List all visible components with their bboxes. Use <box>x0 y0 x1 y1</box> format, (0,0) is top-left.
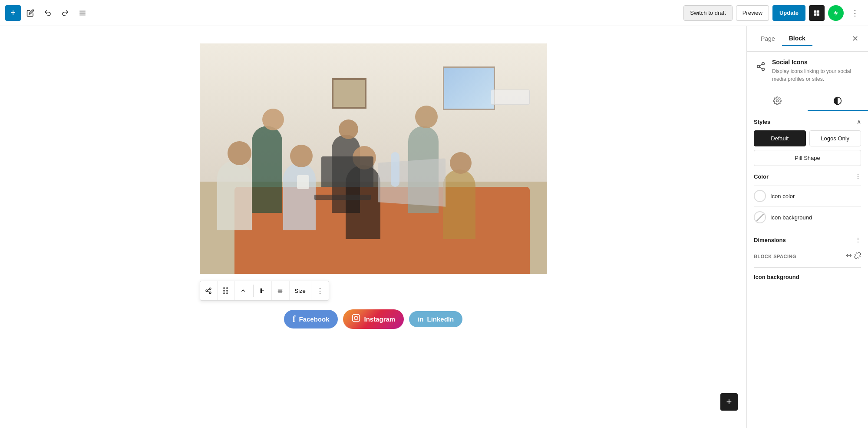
options-button[interactable]: ⋮ <box>847 5 863 21</box>
svg-line-26 <box>759 64 762 66</box>
linkedin-icon: in <box>418 315 423 323</box>
block-name: Social Icons <box>772 59 861 66</box>
svg-point-8 <box>209 288 211 289</box>
svg-point-24 <box>762 68 765 71</box>
social-share-button[interactable] <box>200 281 218 300</box>
dimensions-section: Dimensions ⋮ BLOCK SPACING <box>754 236 861 260</box>
dimensions-title: Dimensions <box>754 237 786 243</box>
block-description: Display icons linking to your social med… <box>772 67 861 83</box>
icon-color-item[interactable]: Icon color <box>754 185 861 206</box>
facebook-label: Facebook <box>299 315 329 323</box>
settings-style-tabs <box>747 92 868 111</box>
image-block: Size ⋮ f Facebook <box>200 43 547 329</box>
instagram-social-button[interactable]: Instagram <box>343 309 404 329</box>
settings-tab-button[interactable] <box>747 92 808 111</box>
align-center-button[interactable] <box>272 281 289 300</box>
svg-point-10 <box>209 292 211 294</box>
style-pill-container: Pill Shape <box>754 150 861 166</box>
icon-background-section-label: Icon background <box>754 274 799 280</box>
color-section-title: Color <box>754 173 769 180</box>
style-default-button[interactable]: Default <box>754 130 806 146</box>
move-up-down-button[interactable] <box>235 281 252 300</box>
icon-color-swatch <box>754 190 766 202</box>
add-block-float-button[interactable]: + <box>720 393 738 411</box>
icon-background-item[interactable]: Icon background <box>754 206 861 228</box>
facebook-social-button[interactable]: f Facebook <box>284 310 338 328</box>
align-left-button[interactable] <box>254 281 272 300</box>
jetpack-button[interactable] <box>828 5 844 21</box>
edit-button[interactable] <box>23 5 38 21</box>
svg-line-25 <box>759 67 762 69</box>
sidebar-close-button[interactable]: ✕ <box>849 33 861 45</box>
color-more-button[interactable]: ⋮ <box>855 173 861 180</box>
style-pill-shape-button[interactable]: Pill Shape <box>754 150 861 166</box>
preview-button[interactable]: Preview <box>736 5 769 21</box>
style-logos-only-button[interactable]: Logos Only <box>809 130 861 146</box>
switch-to-draft-button[interactable]: Switch to draft <box>683 5 732 21</box>
social-icons-block-icon <box>754 60 768 73</box>
social-icons-row: f Facebook Instagram in LinkedI <box>200 309 547 329</box>
linkedin-label: LinkedIn <box>427 315 454 323</box>
block-spacing-row: BLOCK SPACING <box>754 249 861 260</box>
svg-rect-6 <box>817 13 819 15</box>
dimensions-actions: ⋮ <box>855 236 861 243</box>
instagram-icon <box>352 314 360 325</box>
spacing-adjust-button[interactable] <box>845 252 852 260</box>
svg-point-9 <box>206 290 208 292</box>
icon-background-swatch <box>754 211 766 223</box>
linkedin-social-button[interactable]: in LinkedIn <box>409 311 462 327</box>
main-content: Size ⋮ f Facebook <box>0 26 868 428</box>
styles-tab-button[interactable] <box>808 92 868 111</box>
instagram-label: Instagram <box>364 315 395 323</box>
styles-section-header: Styles ∧ <box>754 118 861 125</box>
block-floating-toolbar: Size ⋮ <box>200 281 329 301</box>
size-button[interactable]: Size <box>289 281 311 300</box>
facebook-icon: f <box>293 314 296 324</box>
toolbar-right: Switch to draft Preview Update ⋮ <box>683 5 863 21</box>
update-button[interactable]: Update <box>772 5 805 21</box>
svg-rect-3 <box>814 10 816 13</box>
block-more-options-button[interactable]: ⋮ <box>311 281 329 300</box>
block-spacing-label: BLOCK SPACING <box>754 254 796 259</box>
color-section: Color ⋮ Icon color Icon background <box>754 173 861 228</box>
dimensions-more-button[interactable]: ⋮ <box>855 236 861 243</box>
icon-background-label: Icon background <box>770 214 812 221</box>
sidebar-panel: Page Block ✕ Social Icons Display icons … <box>746 26 868 428</box>
styles-section-title: Styles <box>754 119 770 125</box>
svg-rect-5 <box>814 13 816 15</box>
svg-point-20 <box>354 316 358 320</box>
main-toolbar: + Switch to d <box>0 0 868 26</box>
svg-marker-7 <box>834 10 838 16</box>
block-view-button[interactable] <box>809 5 825 21</box>
svg-point-23 <box>757 65 760 68</box>
sidebar-tabs: Page Block <box>754 31 812 46</box>
redo-button[interactable] <box>57 5 73 21</box>
list-view-button[interactable] <box>75 5 90 21</box>
tab-block[interactable]: Block <box>782 31 812 46</box>
svg-point-27 <box>776 100 778 102</box>
svg-rect-19 <box>353 315 360 322</box>
svg-line-11 <box>208 291 210 292</box>
block-info: Social Icons Display icons linking to yo… <box>754 59 861 83</box>
style-buttons-grid: Default Logos Only <box>754 130 861 146</box>
spacing-unlink-button[interactable] <box>854 252 861 260</box>
dimensions-header: Dimensions ⋮ <box>754 236 861 243</box>
svg-line-12 <box>208 289 210 290</box>
drag-handle-button[interactable] <box>218 281 235 300</box>
svg-point-22 <box>762 63 765 65</box>
undo-button[interactable] <box>40 5 56 21</box>
photo-placeholder <box>200 43 547 274</box>
add-block-button[interactable]: + <box>5 5 21 21</box>
icon-color-label: Icon color <box>770 193 795 199</box>
styles-collapse-button[interactable]: ∧ <box>857 118 861 125</box>
editor-area: Size ⋮ f Facebook <box>0 26 746 428</box>
icon-background-section: Icon background <box>754 267 861 286</box>
sidebar-header: Page Block ✕ <box>747 26 868 52</box>
svg-rect-4 <box>817 10 819 13</box>
block-spacing-actions <box>845 252 861 260</box>
block-info-text: Social Icons Display icons linking to yo… <box>772 59 861 83</box>
color-section-header: Color ⋮ <box>754 173 861 180</box>
svg-point-21 <box>358 316 359 317</box>
toolbar-left: + <box>5 5 90 21</box>
tab-page[interactable]: Page <box>754 32 782 46</box>
